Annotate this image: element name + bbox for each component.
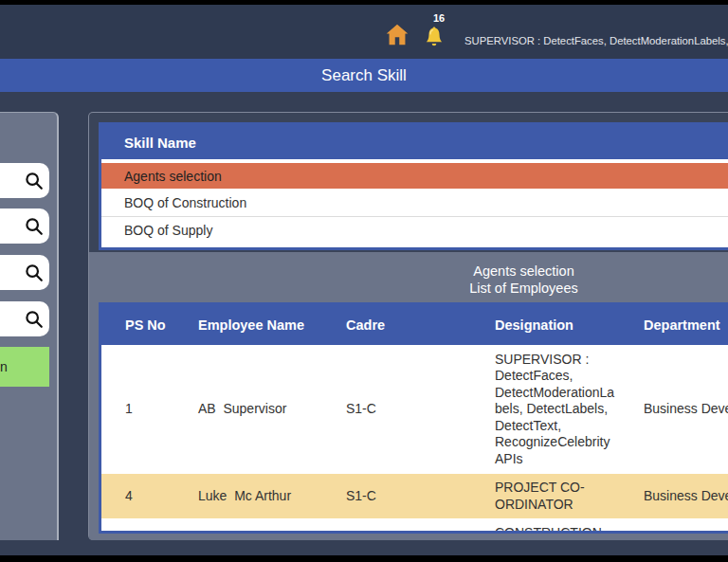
cell-ps-no: 1 (101, 345, 184, 474)
cell-employee-name: Luke Mc Arthur (184, 474, 332, 518)
notification-badge: 16 (433, 12, 445, 24)
cell-designation: CONSTRUCTION (481, 518, 629, 534)
cell-cadre: S1-C (332, 474, 481, 518)
employees-table: PS No Employee Name Cadre Designation De… (101, 305, 728, 534)
search-input-4[interactable] (0, 312, 24, 326)
search-icon[interactable] (24, 263, 45, 283)
table-row[interactable]: 1 AB Supervisor S1-C SUPERVISOR : Detect… (101, 345, 728, 474)
search-box-4[interactable] (0, 301, 49, 336)
col-header-employee-name: Employee Name (184, 305, 332, 345)
col-header-department: Department (629, 305, 728, 345)
search-box-3[interactable] (0, 255, 49, 290)
skill-item-label: BOQ of Supply (124, 223, 212, 238)
table-row-selected[interactable]: 4 Luke Mc Arthur S1-C PROJECT CO-ORDINAT… (101, 474, 728, 518)
cell-department (629, 518, 728, 534)
sidebar: n (0, 112, 59, 540)
skill-name-card: Skill Name Agents selection BOQ of Const… (99, 122, 728, 250)
table-header-row: PS No Employee Name Cadre Designation De… (101, 305, 728, 345)
employees-table-card: PS No Employee Name Cadre Designation De… (99, 302, 728, 534)
cell-designation: PROJECT CO-ORDINATOR (481, 474, 629, 518)
skill-item-boq-construction[interactable]: BOQ of Construction (101, 190, 728, 216)
col-header-ps-no: PS No (101, 305, 184, 345)
titlebar: 16 SUPERVISOR : DetectFaces, DetectModer… (0, 5, 728, 59)
search-icon[interactable] (24, 309, 45, 330)
home-icon[interactable] (384, 22, 410, 47)
cell-employee-name: AB Supervisor (184, 345, 332, 474)
cell-department: Business Deve (629, 345, 728, 474)
search-input-3[interactable] (0, 265, 24, 280)
skill-item-boq-supply[interactable]: BOQ of Supply (101, 216, 728, 243)
search-icon[interactable] (24, 171, 45, 191)
skill-item-label: BOQ of Construction (124, 195, 246, 210)
cell-cadre (332, 518, 481, 534)
employees-section: Agents selection List of Employees PS No… (89, 252, 728, 540)
page-title: Search Skill (321, 66, 407, 85)
search-input-2[interactable] (0, 219, 24, 233)
cell-ps-no: 4 (101, 474, 184, 518)
supervisor-skills-text: SUPERVISOR : DetectFaces, DetectModerati… (464, 35, 728, 46)
bell-icon[interactable] (424, 26, 445, 48)
bottom-black-strip (0, 555, 728, 562)
col-header-cadre: Cadre (332, 305, 481, 345)
search-box-1[interactable] (0, 163, 49, 198)
skill-name-header: Skill Name (101, 125, 728, 159)
cell-ps-no (101, 518, 184, 534)
employees-heading-line2: List of Employees (99, 281, 728, 298)
search-box-2[interactable] (0, 208, 49, 244)
search-icon[interactable] (24, 216, 45, 237)
employees-heading: Agents selection List of Employees (99, 263, 728, 297)
skill-item-label: Agents selection (124, 169, 222, 184)
cell-employee-name (184, 518, 332, 534)
col-header-designation: Designation (481, 305, 629, 345)
table-row[interactable]: CONSTRUCTION (101, 518, 728, 534)
page-title-bar: Search Skill (0, 59, 728, 92)
employees-heading-line1: Agents selection (99, 263, 728, 281)
search-input-1[interactable] (0, 173, 24, 188)
cell-department: Business Deve (629, 474, 728, 518)
sidebar-selected-skill-item[interactable]: n (0, 347, 49, 387)
cell-designation: SUPERVISOR : DetectFaces, DetectModerati… (481, 345, 629, 474)
skill-name-header-label: Skill Name (124, 135, 196, 151)
cell-cadre: S1-C (332, 345, 481, 474)
main-panel: Skill Name Agents selection BOQ of Const… (88, 112, 728, 540)
skill-item-agents-selection[interactable]: Agents selection (101, 163, 728, 189)
sidebar-selected-skill-label: n (0, 359, 8, 374)
